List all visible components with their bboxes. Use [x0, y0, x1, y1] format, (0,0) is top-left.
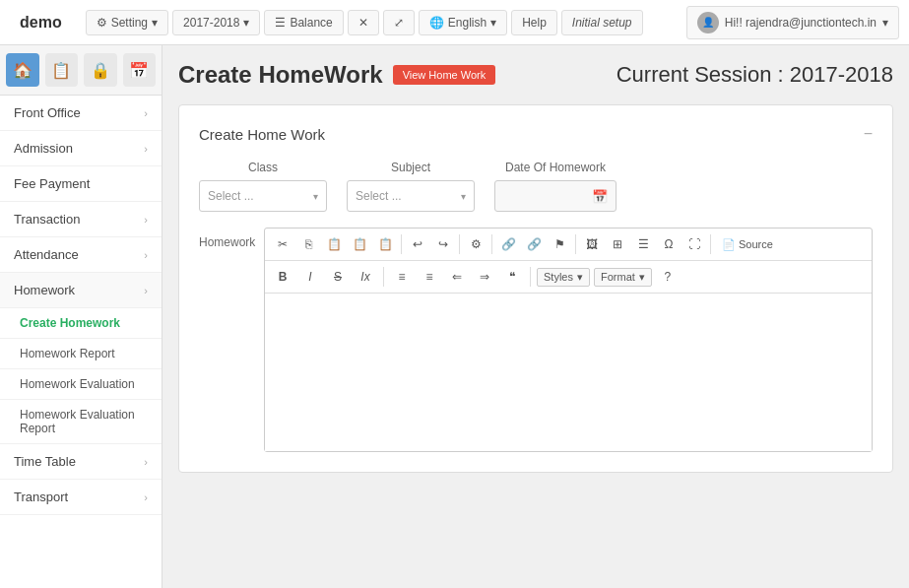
bold-btn[interactable]: B	[271, 265, 294, 289]
separator	[530, 267, 531, 287]
minimize-button[interactable]: −	[864, 125, 873, 143]
format-dropdown[interactable]: Format ▾	[594, 268, 652, 287]
image-btn[interactable]: 🖼	[580, 232, 604, 256]
help-label: Help	[522, 16, 547, 30]
language-btn[interactable]: 🌐 English ▾	[419, 10, 507, 35]
user-menu[interactable]: 👤 Hi!! rajendra@junctiontech.in ▾	[686, 6, 899, 39]
chevron-down-icon: ▾	[490, 16, 496, 30]
sidebar-item-transaction[interactable]: Transaction ›	[0, 202, 162, 237]
class-select-wrapper[interactable]: Select ... ▾	[199, 180, 327, 212]
chevron-down-icon: ▾	[243, 16, 249, 30]
user-greeting: Hi!! rajendra@junctiontech.in	[725, 16, 877, 30]
date-input-wrapper[interactable]: 📅	[494, 180, 617, 212]
setting-btn[interactable]: ⚙ Setting ▾	[86, 10, 168, 35]
paste-word-btn[interactable]: 📋	[373, 232, 397, 256]
paste-btn[interactable]: 📋	[322, 232, 346, 256]
hline-btn[interactable]: ☰	[631, 232, 655, 256]
table-btn[interactable]: ⊞	[606, 232, 629, 256]
indent-btn[interactable]: ⇒	[473, 265, 496, 289]
unlink-btn[interactable]: 🔗	[522, 232, 546, 256]
list-ul-btn[interactable]: ≡	[418, 265, 441, 289]
resize-icon: ⤢	[394, 16, 404, 30]
italic-btn[interactable]: I	[298, 265, 322, 289]
sidebar-item-attendance[interactable]: Attendance ›	[0, 237, 162, 273]
date-input[interactable]	[503, 189, 592, 203]
sidebar-icon-lock[interactable]: 🔒	[84, 53, 117, 87]
maximize-btn[interactable]: ⛶	[682, 232, 706, 256]
chevron-down-icon: ▾	[882, 16, 888, 30]
find-btn[interactable]: ⚙	[464, 232, 487, 256]
calendar-icon[interactable]: 📅	[592, 189, 608, 204]
help-icon: ?	[664, 270, 671, 284]
close-icon: ✕	[358, 16, 368, 30]
anchor-btn[interactable]: ⚑	[548, 232, 571, 256]
sidebar-item-admission[interactable]: Admission ›	[0, 131, 162, 166]
source-btn[interactable]: 📄 Source	[715, 232, 780, 256]
editor-body[interactable]	[265, 294, 872, 451]
sidebar-item-label: Transport	[14, 490, 68, 504]
avatar: 👤	[697, 12, 719, 33]
sidebar-item-front-office[interactable]: Front Office ›	[0, 96, 162, 131]
cut-btn[interactable]: ✂	[271, 232, 294, 256]
styles-dropdown[interactable]: Styles ▾	[537, 268, 590, 287]
sidebar-icon-docs[interactable]: 📋	[45, 53, 79, 87]
sidebar-sub-create-homework[interactable]: Create Homework	[0, 308, 162, 339]
blockquote-btn[interactable]: ❝	[500, 265, 524, 289]
redo-btn[interactable]: ↪	[431, 232, 455, 256]
sidebar-icon-calendar[interactable]: 📅	[123, 53, 157, 87]
view-homework-button[interactable]: View Home Work	[393, 65, 496, 85]
gear-icon: ⚙	[97, 16, 107, 30]
sidebar-item-label: Fee Payment	[14, 176, 90, 191]
sidebar-icon-bar: 🏠 📋 🔒 📅	[0, 45, 162, 96]
sidebar-icon-home[interactable]: 🏠	[6, 53, 39, 87]
balance-btn[interactable]: ☰ Balance	[264, 10, 343, 35]
subject-select[interactable]: Select ...	[348, 189, 453, 203]
help-btn[interactable]: Help	[511, 10, 557, 35]
sidebar: 🏠 📋 🔒 📅 Front Office › Admission › Fee P…	[0, 45, 162, 588]
separator	[710, 234, 711, 254]
strikethrough-btn[interactable]: S	[326, 265, 350, 289]
top-nav: demo ⚙ Setting ▾ 2017-2018 ▾ ☰ Balance ✕…	[0, 0, 909, 45]
balance-label: Balance	[290, 16, 332, 30]
sidebar-item-fee-payment[interactable]: Fee Payment	[0, 166, 162, 202]
setting-label: Setting	[111, 16, 148, 30]
close-btn[interactable]: ✕	[348, 10, 379, 35]
main-content: Create HomeWork View Home Work Current S…	[162, 45, 909, 588]
sidebar-item-homework[interactable]: Homework ›	[0, 273, 162, 308]
special-char-btn[interactable]: Ω	[657, 232, 681, 256]
copy-btn[interactable]: ⎘	[296, 232, 320, 256]
sidebar-sub-homework-report[interactable]: Homework Report	[0, 339, 162, 369]
initial-setup-btn[interactable]: Initial setup	[561, 10, 643, 35]
help-btn[interactable]: ?	[656, 265, 680, 289]
paste-plain-btn[interactable]: 📋	[348, 232, 371, 256]
sidebar-item-label: Homework	[14, 283, 75, 297]
link-btn[interactable]: 🔗	[496, 232, 520, 256]
homework-editor-row: Homework ✂ ⎘ 📋 📋 📋 ↩ ↪ ⚙	[199, 228, 873, 452]
class-select[interactable]: Select ...	[200, 189, 305, 203]
styles-label: Styles	[544, 271, 573, 283]
sidebar-sub-homework-eval[interactable]: Homework Evaluation	[0, 369, 162, 400]
session-btn[interactable]: 2017-2018 ▾	[172, 10, 260, 35]
sidebar-sub-homework-eval-report[interactable]: Homework Evaluation Report	[0, 400, 162, 444]
outdent-btn[interactable]: ⇐	[445, 265, 469, 289]
card-header: Create Home Work −	[199, 125, 873, 143]
format-label: Format	[601, 271, 635, 283]
sidebar-item-transport[interactable]: Transport ›	[0, 480, 162, 515]
list-ol-btn[interactable]: ≡	[390, 265, 414, 289]
separator	[401, 234, 402, 254]
language-label: English	[448, 16, 487, 30]
page-title: Create HomeWork View Home Work	[178, 61, 495, 89]
main-header: Create HomeWork View Home Work Current S…	[178, 61, 893, 89]
chevron-right-icon: ›	[144, 491, 148, 503]
sidebar-item-label: Time Table	[14, 454, 76, 469]
subject-select-wrapper[interactable]: Select ... ▾	[347, 180, 475, 212]
sidebar-item-label: Front Office	[14, 105, 81, 120]
chevron-right-icon: ›	[144, 249, 148, 261]
subject-field: Subject Select ... ▾	[347, 161, 475, 212]
sidebar-item-timetable[interactable]: Time Table ›	[0, 444, 162, 480]
sidebar-item-label: Attendance	[14, 247, 79, 262]
chevron-right-icon: ›	[144, 285, 148, 296]
subscript-btn[interactable]: Ix	[354, 265, 377, 289]
undo-btn[interactable]: ↩	[406, 232, 429, 256]
resize-btn[interactable]: ⤢	[383, 10, 415, 35]
